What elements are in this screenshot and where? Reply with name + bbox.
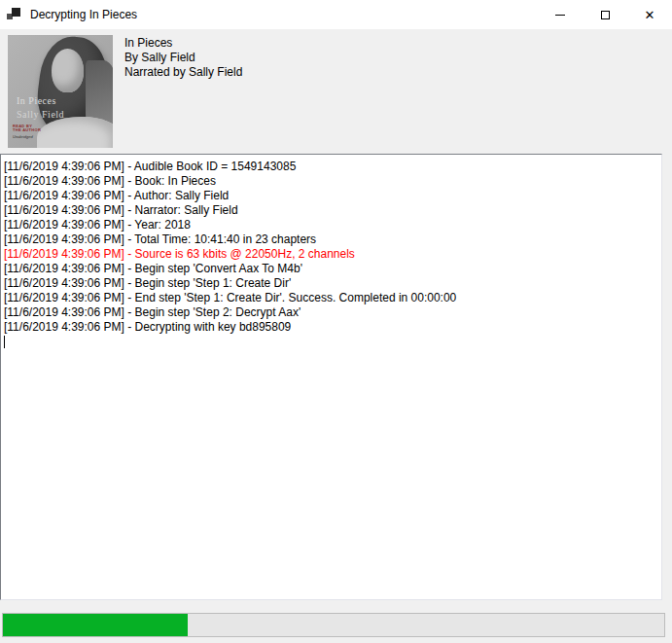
cover-badge: READ BY THE AUTHOR Unabridged xyxy=(13,125,41,140)
book-title: In Pieces xyxy=(124,36,242,51)
log-textbox[interactable]: [11/6/2019 4:39:06 PM] - Audible Book ID… xyxy=(0,154,662,600)
book-header: In Pieces Sally Field READ BY THE AUTHOR… xyxy=(0,29,672,154)
app-icon-square-large xyxy=(12,8,20,17)
book-author: By Sally Field xyxy=(124,51,242,65)
maximize-button[interactable] xyxy=(583,0,627,29)
log-line: [11/6/2019 4:39:06 PM] - Year: 2018 xyxy=(4,218,658,232)
log-line: [11/6/2019 4:39:06 PM] - End step 'Step … xyxy=(4,291,658,305)
log-line: [11/6/2019 4:39:06 PM] - Decrypting with… xyxy=(4,320,658,335)
caret-line xyxy=(4,335,658,349)
window-title: Decrypting In Pieces xyxy=(30,8,137,21)
progress-bar-fill xyxy=(3,614,188,636)
cover-portrait-face xyxy=(52,49,84,92)
title-bar[interactable]: Decrypting In Pieces ✕ xyxy=(0,0,672,29)
app-window: Decrypting In Pieces ✕ In Pieces Sally F… xyxy=(0,0,672,643)
log-line: [11/6/2019 4:39:06 PM] - Begin step 'Ste… xyxy=(4,305,658,320)
progress-bar xyxy=(2,613,665,637)
log-line: [11/6/2019 4:39:06 PM] - Source is 63 kb… xyxy=(4,247,658,262)
book-narrator: Narrated by Sally Field xyxy=(124,65,242,80)
cover-badge-line2: THE AUTHOR xyxy=(13,128,41,133)
log-line: [11/6/2019 4:39:06 PM] - Narrator: Sally… xyxy=(4,203,658,218)
text-caret xyxy=(4,336,5,348)
book-cover-image: In Pieces Sally Field READ BY THE AUTHOR… xyxy=(8,35,113,148)
log-line: [11/6/2019 4:39:06 PM] - Audible Book ID… xyxy=(4,160,658,174)
app-icon xyxy=(7,7,22,22)
minimize-button[interactable] xyxy=(538,0,583,29)
caption-buttons: ✕ xyxy=(538,0,672,29)
log-line: [11/6/2019 4:39:06 PM] - Book: In Pieces xyxy=(4,174,658,189)
maximize-icon xyxy=(601,11,610,19)
log-line: [11/6/2019 4:39:06 PM] - Total Time: 10:… xyxy=(4,232,658,247)
minimize-icon xyxy=(555,15,565,16)
log-line: [11/6/2019 4:39:06 PM] - Begin step 'Ste… xyxy=(4,276,658,291)
log-line: [11/6/2019 4:39:06 PM] - Begin step 'Con… xyxy=(4,262,658,276)
cover-badge-line3: Unabridged xyxy=(13,135,41,140)
book-info: In Pieces By Sally Field Narrated by Sal… xyxy=(124,36,242,80)
log-line: [11/6/2019 4:39:06 PM] - Author: Sally F… xyxy=(4,189,658,203)
close-button[interactable]: ✕ xyxy=(627,0,672,29)
cover-author-text: Sally Field xyxy=(17,109,64,120)
close-icon: ✕ xyxy=(645,9,655,21)
cover-title-text: In Pieces xyxy=(17,95,56,106)
